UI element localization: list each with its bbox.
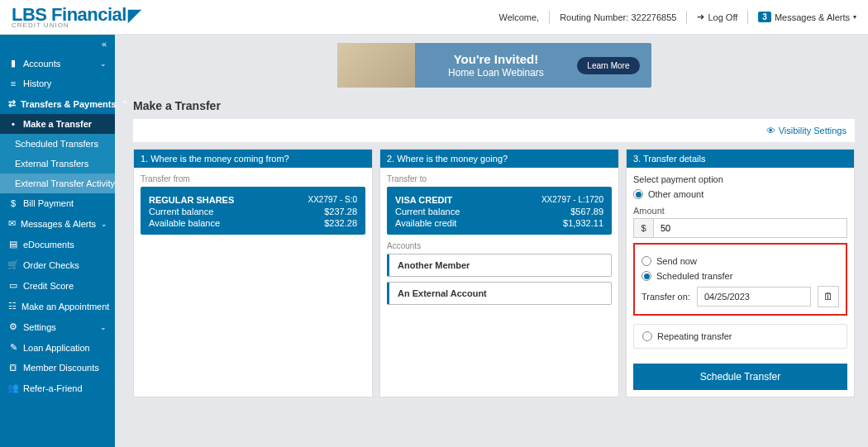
calendar-icon: 🗓 (823, 291, 833, 302)
transfer-on-label: Transfer on: (641, 292, 690, 302)
from-account-card[interactable]: REGULAR SHARESXX2797 - S:0 Current balan… (141, 187, 365, 235)
tag-icon: ⛋ (8, 363, 18, 373)
card-icon: ▭ (8, 280, 18, 291)
amount-input-group: $ (633, 218, 847, 238)
chevron-down-icon: ⌄ (101, 220, 107, 228)
sidebar-item-messages[interactable]: ✉Messages & Alerts⌄ (0, 213, 115, 234)
panel-header: 3. Transfer details (627, 150, 854, 168)
sidebar: « ▮Accounts⌄ ≡History ⇄Transfers & Payme… (0, 35, 115, 447)
logout-icon: ➜ (697, 12, 704, 22)
sidebar-item-appointment[interactable]: ☷Make an Appointment (0, 296, 115, 316)
doc-icon: ▤ (8, 239, 18, 250)
promo-title: You're Invited! (415, 52, 578, 67)
sidebar-item-external-transfers[interactable]: External Transfers (0, 154, 115, 174)
page-title: Make a Transfer (133, 99, 855, 112)
current-balance-label: Current balance (395, 207, 460, 216)
available-balance-label: Available balance (149, 218, 220, 228)
accounts-section-label: Accounts (387, 241, 612, 250)
visibility-settings-link[interactable]: 👁Visibility Settings (766, 126, 847, 136)
external-account-option[interactable]: An External Account (387, 282, 612, 305)
chevron-down-icon: ⌄ (100, 59, 107, 68)
main-content: You're Invited! Home Loan Webinars Learn… (115, 35, 868, 447)
transfer-from-label: Transfer from (141, 174, 365, 187)
transfer-date-input[interactable]: 04/25/2023 (697, 287, 811, 307)
amount-label: Amount (633, 206, 847, 216)
transfer-to-panel: 2. Where is the money going? Transfer to… (379, 149, 619, 397)
transfer-from-panel: 1. Where is the money coming from? Trans… (133, 149, 373, 397)
sidebar-item-settings[interactable]: ⚙Settings⌄ (0, 316, 115, 337)
separator (686, 11, 687, 24)
toolbar: 👁Visibility Settings (133, 119, 855, 142)
alerts-badge: 3 (758, 12, 771, 22)
brand-sub: CREDIT UNION (12, 22, 140, 29)
promo-subtitle: Home Loan Webinars (415, 67, 578, 78)
brand-glyph-icon: ◤ (128, 7, 141, 23)
transfer-icon: ⇄ (8, 98, 16, 109)
chevron-left-icon: « (102, 39, 107, 49)
sidebar-item-credit-score[interactable]: ▭Credit Score (0, 275, 115, 296)
current-balance-value: $237.28 (324, 207, 357, 216)
sidebar-item-bill-payment[interactable]: $Bill Payment (0, 193, 115, 213)
promo-image (337, 43, 415, 88)
calendar-icon: ☷ (8, 301, 17, 311)
edit-icon: ✎ (8, 342, 18, 353)
promo-banner[interactable]: You're Invited! Home Loan Webinars Learn… (337, 43, 651, 88)
mail-icon: ✉ (8, 218, 16, 229)
dollar-icon: $ (8, 198, 18, 208)
sidebar-item-accounts[interactable]: ▮Accounts⌄ (0, 53, 115, 74)
radio-icon (641, 256, 651, 266)
current-balance-value: $567.89 (570, 207, 603, 216)
sidebar-item-order-checks[interactable]: 🛒Order Checks (0, 254, 115, 275)
chevron-down-icon: ⌄ (100, 323, 107, 331)
scheduled-transfer-radio[interactable]: Scheduled transfer (641, 271, 839, 281)
eye-icon: 👁 (766, 126, 775, 136)
sidebar-item-history[interactable]: ≡History (0, 74, 115, 93)
logoff-link[interactable]: ➜Log Off (697, 12, 737, 22)
amount-input[interactable] (654, 219, 847, 237)
messages-alerts-link[interactable]: 3 Messages & Alerts ▾ (758, 12, 856, 22)
sidebar-item-transfers[interactable]: ⇄Transfers & Payments⌃ (0, 93, 115, 114)
current-balance-label: Current balance (149, 207, 213, 216)
bars-icon: ▮ (8, 58, 18, 69)
welcome-text: Welcome, (498, 12, 539, 22)
other-amount-radio[interactable]: Other amount (633, 189, 847, 199)
transfer-to-label: Transfer to (387, 174, 612, 187)
available-balance-value: $232.28 (324, 218, 357, 228)
available-credit-value: $1,932.11 (563, 218, 603, 228)
to-account-name: VISA CREDIT (395, 195, 452, 205)
send-now-radio[interactable]: Send now (641, 256, 839, 266)
promo-learn-more-button[interactable]: Learn More (577, 57, 639, 74)
routing-number: Routing Number: 322276855 (560, 12, 676, 22)
panel-header: 1. Where is the money coming from? (134, 150, 372, 168)
topbar: LBS Financial◤ CREDIT UNION Welcome, Rou… (0, 0, 868, 35)
separator (747, 11, 748, 24)
panel-header: 2. Where is the money going? (380, 150, 618, 168)
another-member-option[interactable]: Another Member (387, 254, 612, 277)
sidebar-item-discounts[interactable]: ⛋Member Discounts (0, 358, 115, 378)
sidebar-item-loan-app[interactable]: ✎Loan Application (0, 337, 115, 358)
list-icon: ≡ (8, 78, 18, 88)
logo[interactable]: LBS Financial◤ CREDIT UNION (12, 6, 140, 29)
sidebar-item-external-activity[interactable]: External Transfer Activity (0, 174, 115, 193)
sidebar-item-scheduled-transfers[interactable]: Scheduled Transfers (0, 134, 115, 154)
schedule-transfer-button[interactable]: Schedule Transfer (633, 364, 847, 390)
sidebar-collapse[interactable]: « (0, 35, 115, 53)
repeating-transfer-row[interactable]: Repeating transfer (633, 324, 847, 349)
friend-icon: 👥 (8, 383, 18, 393)
payment-option-label: Select payment option (633, 174, 847, 184)
sidebar-item-refer[interactable]: 👥Refer-a-Friend (0, 378, 115, 398)
to-account-card[interactable]: VISA CREDITXX2797 - L:1720 Current balan… (387, 187, 612, 235)
calendar-button[interactable]: 🗓 (818, 286, 839, 307)
schedule-highlight-box: Send now Scheduled transfer Transfer on:… (633, 243, 847, 316)
sidebar-item-edocuments[interactable]: ▤eDocuments (0, 234, 115, 254)
radio-icon (633, 189, 643, 199)
from-account-name: REGULAR SHARES (149, 195, 234, 205)
chevron-down-icon: ▾ (853, 13, 856, 21)
transfer-details-panel: 3. Transfer details Select payment optio… (626, 149, 855, 397)
available-credit-label: Available credit (395, 218, 456, 228)
from-account-id: XX2797 - S:0 (308, 195, 357, 205)
radio-icon (642, 331, 652, 341)
cart-icon: 🛒 (8, 259, 18, 270)
sidebar-item-make-transfer[interactable]: •Make a Transfer (0, 114, 115, 134)
currency-prefix: $ (634, 219, 654, 237)
